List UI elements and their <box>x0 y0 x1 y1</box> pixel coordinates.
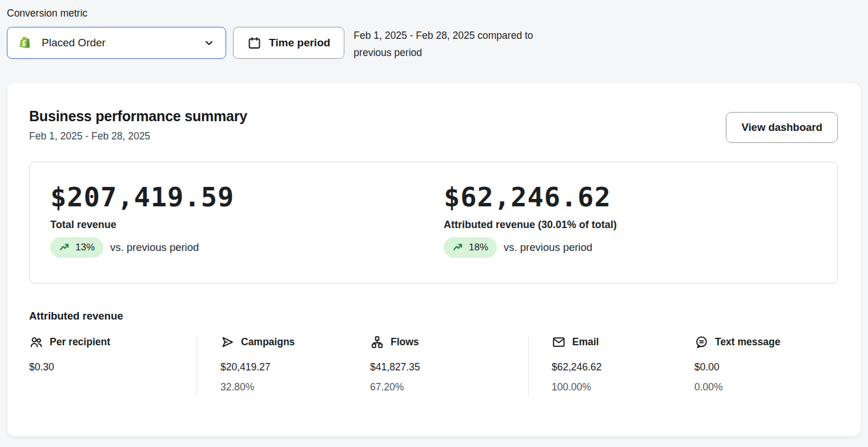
total-revenue-metric: $207,419.59 Total revenue 13% vs. previo… <box>50 183 444 283</box>
total-revenue-label: Total revenue <box>50 219 444 231</box>
attr-col-label: Text message <box>715 336 780 348</box>
people-icon <box>29 335 43 349</box>
attr-col-per-recipient: Per recipient $0.30 <box>29 335 196 397</box>
card-header: Business performance summary Feb 1, 2025… <box>29 108 838 143</box>
attr-col-percent: 32.80% <box>220 381 370 397</box>
business-performance-card: Business performance summary Feb 1, 2025… <box>7 82 861 437</box>
send-icon <box>220 335 235 349</box>
total-revenue-value: $207,419.59 <box>50 183 444 211</box>
conversion-metric-label: Conversion metric <box>7 7 861 19</box>
calendar-icon <box>247 36 262 50</box>
attr-col-value: $41,827.35 <box>370 361 528 373</box>
chevron-down-icon <box>203 37 215 49</box>
attr-col-value: $62,246.62 <box>552 361 694 373</box>
attributed-revenue-columns: Per recipient $0.30 Campaigns $20,419.27… <box>29 335 838 397</box>
attr-col-label: Flows <box>391 336 419 348</box>
attr-col-text-message: Text message $0.00 0.00% <box>694 335 831 397</box>
card-subtitle: Feb 1, 2025 - Feb 28, 2025 <box>29 130 247 142</box>
attr-col-percent: 67.20% <box>370 381 528 397</box>
attributed-revenue-label: Attributed revenue (30.01% of total) <box>444 219 837 231</box>
toolbar: Conversion metric Placed Order <box>0 0 868 61</box>
attr-col-label: Campaigns <box>241 336 295 348</box>
attr-col-value: $0.30 <box>29 361 196 373</box>
attr-col-percent <box>29 381 196 385</box>
attr-col-flows: Flows $41,827.35 67.20% <box>370 335 528 397</box>
attr-col-label: Email <box>572 336 599 348</box>
email-sms-group: Email $62,246.62 100.00% Text message <box>528 335 831 397</box>
email-icon <box>552 335 566 349</box>
change-note: vs. previous period <box>110 241 199 254</box>
attr-col-percent: 0.00% <box>694 381 831 397</box>
attr-col-value: $0.00 <box>694 361 831 373</box>
trend-up-icon <box>452 242 464 253</box>
time-period-button[interactable]: Time period <box>233 27 344 59</box>
change-percent: 18% <box>469 242 488 253</box>
campaigns-flows-group: Campaigns $20,419.27 32.80% Flows <box>196 335 528 397</box>
change-badge: 13% <box>50 237 103 258</box>
chat-bubble-icon <box>694 335 709 349</box>
change-note: vs. previous period <box>504 241 592 254</box>
view-dashboard-button[interactable]: View dashboard <box>726 112 838 143</box>
attr-col-label: Per recipient <box>50 336 110 348</box>
attributed-revenue-value: $62,246.62 <box>444 183 837 211</box>
flow-icon <box>370 335 384 349</box>
attr-col-value: $20,419.27 <box>220 361 370 373</box>
time-period-label: Time period <box>269 37 330 49</box>
date-range-note: Feb 1, 2025 - Feb 28, 2025 compared to p… <box>353 27 533 61</box>
attr-col-campaigns: Campaigns $20,419.27 32.80% <box>220 335 370 397</box>
attr-col-percent: 100.00% <box>552 381 694 397</box>
change-badge: 18% <box>444 237 497 258</box>
conversion-metric-value: Placed Order <box>42 37 194 49</box>
metrics-panel: $207,419.59 Total revenue 13% vs. previo… <box>29 162 838 284</box>
shopify-icon <box>18 35 33 51</box>
attr-col-email: Email $62,246.62 100.00% <box>552 335 694 397</box>
attributed-revenue-metric: $62,246.62 Attributed revenue (30.01% of… <box>444 183 837 283</box>
conversion-metric-select[interactable]: Placed Order <box>7 27 226 59</box>
card-title: Business performance summary <box>29 108 247 125</box>
trend-up-icon <box>59 242 71 253</box>
change-percent: 13% <box>75 242 95 253</box>
date-range-line1: Feb 1, 2025 - Feb 28, 2025 compared to <box>353 27 533 44</box>
attributed-revenue-heading: Attributed revenue <box>29 310 838 322</box>
date-range-line2: previous period <box>353 44 533 61</box>
